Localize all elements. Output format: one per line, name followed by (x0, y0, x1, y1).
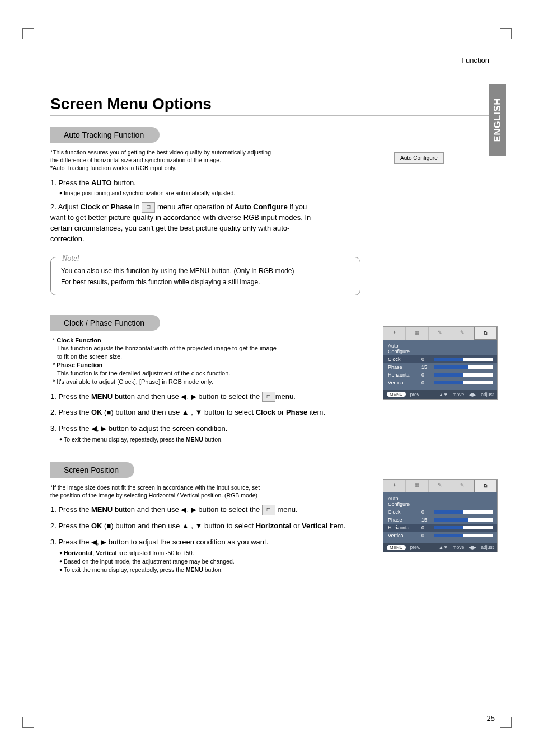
osd-menu-1: ✦ ▦ ✎ ✎ ⧉ Auto Configure Clock0 Phase15 … (383, 326, 498, 400)
auto-configure-button: Auto Configure (394, 152, 444, 164)
crop-mark (22, 717, 34, 728)
page-title: Screen Menu Options (50, 95, 506, 113)
section-note: *This function assures you of getting th… (50, 148, 274, 164)
osd-tab-icon: ▦ (406, 480, 428, 492)
note-title: Note! (59, 252, 83, 265)
desc: * It's available to adjust [Clock], [Pha… (53, 378, 360, 386)
step: 3. Press the ◀, ▶ button to adjust the s… (50, 537, 360, 548)
crop-mark (500, 717, 512, 728)
osd-tab-icon: ✎ (451, 480, 474, 492)
section-note: *Auto Tracking function works in RGB inp… (50, 164, 360, 172)
osd-tab-icon: ✦ (383, 327, 406, 340)
osd-menu-2: ✦ ▦ ✎ ✎ ⧉ Auto Configure Clock0 Phase15 … (383, 479, 498, 552)
step-bullet: To exit the menu display, repeatedly, pr… (59, 566, 360, 573)
step: 2. Press the OK (■) button and then use … (50, 407, 360, 418)
desc: * Clock Function (53, 336, 360, 345)
step: 2. Press the OK (■) button and then use … (50, 521, 360, 532)
language-tab: ENGLISH (489, 84, 506, 156)
osd-tab-icon: ✎ (451, 327, 474, 340)
header-section: Function (461, 56, 489, 64)
section-heading: Clock / Phase Function (50, 315, 160, 331)
desc: This function adjusts the horizontal wid… (57, 344, 281, 361)
step: 2. Adjust Clock or Phase in □ menu after… (50, 202, 319, 244)
step-bullet: Image positioning and synchronization ar… (59, 190, 360, 196)
section-note: *If the image size does not fit the scre… (50, 483, 263, 499)
osd-tab-icon: ▦ (406, 327, 428, 340)
rule (50, 115, 506, 116)
note-line: You can also use this function by using … (61, 265, 350, 276)
osd-tab-icon: ✦ (383, 480, 406, 492)
screen-menu-icon: □ (142, 202, 155, 213)
step-bullet: Horizontal, Vertical are adjusted from -… (59, 550, 360, 556)
step: 1. Press the MENU button and then use ◀,… (50, 505, 360, 515)
section-heading: Screen Position (50, 462, 134, 478)
page-number: 25 (487, 714, 495, 722)
note-box: Note! You can also use this function by … (50, 257, 360, 295)
section-heading: Auto Tracking Function (50, 127, 160, 143)
step: 3. Press the ◀, ▶ button to adjust the s… (50, 424, 360, 434)
step: 1. Press the AUTO button. (50, 178, 360, 189)
step-bullet: To exit the menu display, repeatedly, pr… (59, 436, 360, 443)
screen-menu-icon: □ (262, 505, 275, 515)
desc: This function is for the detailed adjust… (57, 369, 360, 378)
step: 1. Press the MENU button and then use ◀,… (50, 392, 360, 402)
crop-mark (22, 28, 34, 39)
osd-tab-icon: ⧉ (474, 480, 497, 492)
osd-tab-icon: ✎ (429, 327, 451, 340)
step-bullet: Based on the input mode, the adjustment … (59, 558, 360, 565)
crop-mark (500, 28, 512, 39)
desc: * Phase Function (53, 361, 360, 369)
note-line: For best results, perform this function … (61, 276, 350, 288)
screen-menu-icon: □ (262, 392, 275, 402)
osd-tab-icon: ⧉ (474, 327, 497, 340)
osd-tab-icon: ✎ (429, 480, 451, 492)
